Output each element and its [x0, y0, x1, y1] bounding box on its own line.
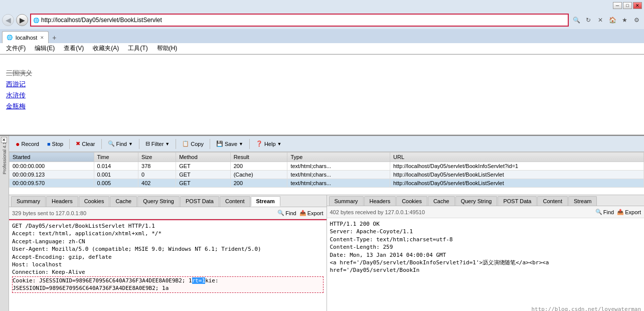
book-link-2[interactable]: 水浒传 [6, 91, 638, 100]
menu-help[interactable]: 帮助(H) [153, 43, 182, 54]
record-button[interactable]: ● Record [12, 138, 43, 150]
filter-dropdown[interactable]: ▼ [165, 141, 170, 146]
home-button[interactable]: 🏠 [607, 15, 618, 26]
cell-size: 0 [138, 171, 176, 179]
address-bar[interactable] [41, 17, 566, 24]
filter-button[interactable]: ⊟ Filter ▼ [142, 138, 173, 150]
menu-view[interactable]: 查看(V) [60, 43, 88, 54]
menu-favorites[interactable]: 收藏夹(A) [89, 43, 123, 54]
separator-6 [249, 139, 250, 149]
save-dropdown[interactable]: ▼ [239, 141, 243, 146]
tab-headers[interactable]: Headers [46, 196, 78, 207]
browser-content: 三国演义 西游记 水浒传 金瓶梅 [0, 55, 644, 135]
tab-cookies[interactable]: Cookies [79, 196, 110, 207]
tools-button[interactable]: ⚙ [631, 15, 642, 26]
maximize-button[interactable]: □ [623, 2, 632, 9]
right-tab-summary[interactable]: Summary [329, 196, 364, 206]
request-table: Started Time Size Method Result Type URL… [9, 152, 644, 195]
tab-content[interactable]: Content [220, 196, 250, 207]
content-line: Cookie: JSESSIONID=9896E70956C640A736F3A… [12, 276, 324, 293]
record-icon: ● [16, 140, 20, 148]
copy-icon: 📋 [182, 140, 189, 147]
tab-stream[interactable]: Stream [251, 196, 280, 207]
content-line: Accept: text/html, application/xhtml+xml… [12, 230, 324, 237]
find-dropdown[interactable]: ▼ [128, 141, 133, 146]
col-type[interactable]: Type [287, 152, 390, 162]
tab-favicon: 🌐 [7, 35, 13, 40]
right-find-label: Find [603, 209, 614, 215]
menu-edit[interactable]: 编辑(E) [31, 43, 59, 54]
tab-summary[interactable]: Summary [11, 196, 46, 207]
menu-bar: 文件(F) 编辑(E) 查看(V) 收藏夹(A) 工具(T) 帮助(H) [0, 43, 644, 54]
browser-tab-localhost[interactable]: 🌐 localhost ✕ [2, 31, 49, 43]
stop-nav-button[interactable]: ✕ [595, 15, 606, 26]
help-dropdown[interactable]: ▼ [277, 141, 282, 146]
save-label: Save [225, 141, 237, 147]
right-export-icon: 📤 [617, 209, 624, 215]
col-size[interactable]: Size [138, 152, 176, 162]
tab-close-button[interactable]: ✕ [40, 35, 44, 40]
right-find-btn[interactable]: 🔍 Find [595, 209, 614, 215]
close-button[interactable]: ✕ [633, 2, 642, 9]
right-export-btn[interactable]: 📤 Export [617, 209, 641, 215]
right-tab-cookies[interactable]: Cookies [396, 196, 427, 206]
content-line: User-Agent: Mozilla/5.0 (compatible; MSI… [12, 245, 324, 253]
right-tab-headers[interactable]: Headers [364, 196, 396, 206]
right-tab-post-data[interactable]: POST Data [498, 196, 537, 206]
save-button[interactable]: 💾 Save ▼ [213, 138, 247, 150]
tab-query-string[interactable]: Query String [137, 196, 180, 207]
right-content-line: Content-Length: 259 [330, 243, 641, 251]
right-tab-query-string[interactable]: Query String [455, 196, 498, 206]
stop-button[interactable]: ■ Stop [44, 138, 67, 150]
cell-url: http://localhost/Day05/servlet/BookListS… [390, 179, 644, 188]
left-panel: SummaryHeadersCookiesCacheQuery StringPO… [9, 195, 327, 311]
book-link-3[interactable]: 金瓶梅 [6, 102, 638, 111]
right-status: 402 bytes received by 127.0.0.1:49510 [330, 209, 425, 215]
copy-label: Copy [191, 141, 204, 147]
cell-time: 0.005 [94, 179, 138, 188]
forward-button[interactable]: ▶ [16, 14, 28, 26]
search-button[interactable]: 🔍 [571, 15, 582, 26]
content-line: GET /Day05/servlet/BookListServlet HTTP/… [12, 222, 324, 230]
table-row[interactable]: 00:00:09.123 0.001 0 GET (Cache) text/ht… [10, 171, 644, 179]
tab-post-data[interactable]: POST Data [180, 196, 219, 207]
tab-cache[interactable]: Cache [110, 196, 137, 207]
left-export-btn[interactable]: 📤 Export [299, 210, 324, 216]
col-method[interactable]: Method [176, 152, 230, 162]
fiddler-close-button[interactable]: ✕ [1, 137, 7, 143]
table-row[interactable]: 00:00:09.570 0.005 402 GET 200 text/html… [10, 179, 644, 188]
find-button[interactable]: 🔍 Find ▼ [104, 138, 136, 150]
col-url[interactable]: URL [390, 152, 644, 162]
separator-3 [139, 139, 139, 149]
left-export-icon: 📤 [299, 210, 306, 216]
table-row[interactable]: 00:00:00.000 0.014 378 GET 200 text/html… [10, 162, 644, 171]
minimize-button[interactable]: ─ [613, 2, 622, 9]
menu-file[interactable]: 文件(F) [2, 43, 30, 54]
right-tab-stream[interactable]: Stream [568, 196, 597, 206]
refresh-button[interactable]: ↻ [583, 15, 594, 26]
right-tab-content[interactable]: Content [537, 196, 568, 206]
favorites-button[interactable]: ★ [619, 15, 630, 26]
col-started[interactable]: Started [10, 152, 94, 162]
cell-size: 402 [138, 179, 176, 188]
new-tab-button[interactable]: + [49, 32, 60, 43]
help-button[interactable]: ❓ Help ▼ [252, 138, 285, 150]
book-link-0[interactable]: 三国演义 [6, 69, 638, 78]
right-content-line: Date: Mon, 13 Jan 2014 04:00:04 GMT [330, 251, 641, 259]
col-time[interactable]: Time [94, 152, 138, 162]
filter-icon: ⊟ [145, 140, 150, 147]
cell-result: 200 [230, 179, 287, 188]
menu-tools[interactable]: 工具(T) [124, 43, 151, 54]
left-find-btn[interactable]: 🔍 Find [277, 210, 296, 216]
right-export-label: Export [625, 209, 641, 215]
right-tab-cache[interactable]: Cache [428, 196, 455, 206]
right-panel-tabs: SummaryHeadersCookiesCacheQuery StringPO… [327, 195, 645, 206]
separator-5 [210, 139, 210, 149]
col-result[interactable]: Result [230, 152, 287, 162]
book-link-1[interactable]: 西游记 [6, 80, 638, 89]
copy-button[interactable]: 📋 Copy [179, 138, 207, 150]
clear-button[interactable]: ✖ Clear [72, 138, 98, 150]
back-button[interactable]: ◀ [2, 14, 14, 26]
highlight-text: rt=1 [192, 277, 206, 284]
find-label: Find [116, 141, 127, 147]
